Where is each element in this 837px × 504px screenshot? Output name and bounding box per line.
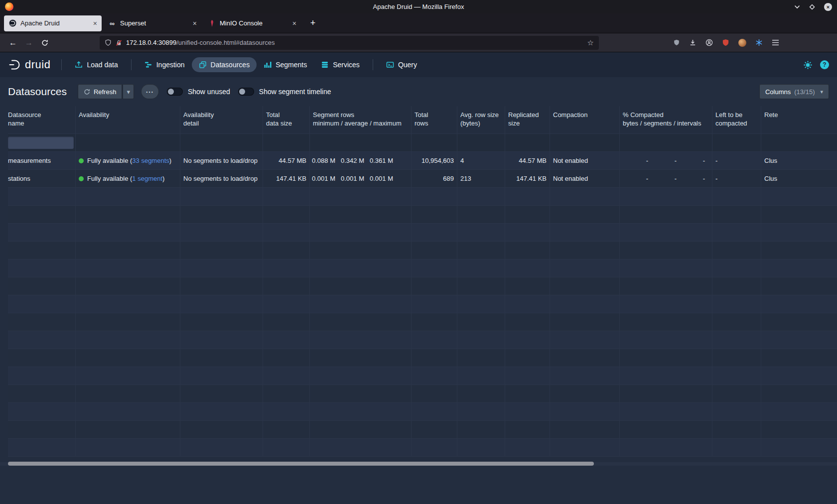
url-text: 172.18.0.4:30899/unified-console.html#da… — [126, 39, 275, 46]
scrollbar-thumb[interactable] — [8, 462, 594, 466]
nav-ingestion[interactable]: Ingestion — [138, 57, 192, 72]
empty-table-row — [8, 313, 837, 331]
query-icon — [386, 61, 394, 69]
reload-button[interactable] — [37, 36, 53, 50]
window-minimize-icon[interactable] — [794, 5, 800, 9]
help-icon[interactable]: ? — [820, 60, 829, 69]
column-header-segment-rows[interactable]: Segment rowsminimum / average / maximum — [310, 106, 412, 134]
nav-segments[interactable]: Segments — [257, 57, 314, 72]
table-filter-row — [8, 134, 837, 152]
cell-availability: Fully available (33 segments) — [76, 152, 180, 170]
chevron-down-icon: ▾ — [820, 89, 823, 95]
tab-label: MinIO Console — [220, 19, 288, 27]
snowflake-extension-icon[interactable] — [755, 39, 763, 46]
ublock-shield-icon[interactable] — [722, 39, 729, 46]
column-header-compaction[interactable]: Compaction — [550, 106, 620, 134]
menu-hamburger-icon[interactable] — [772, 39, 779, 46]
cell-datasource-name: measurements — [8, 152, 76, 170]
datasource-name-filter-input[interactable] — [8, 136, 74, 149]
column-header-datasource-name[interactable]: Datasourcename — [8, 106, 76, 134]
column-header-availability-detail[interactable]: Availabilitydetail — [180, 106, 263, 134]
empty-table-row — [8, 385, 837, 403]
window-titlebar: Apache Druid — Mozilla Firefox × — [0, 0, 837, 13]
empty-table-row — [8, 349, 837, 367]
empty-table-row — [8, 295, 837, 313]
cell-retention: Clus — [761, 152, 837, 170]
forward-button[interactable]: → — [21, 36, 37, 50]
nav-datasources[interactable]: Datasources — [192, 57, 257, 72]
refresh-button[interactable]: Refresh — [78, 84, 123, 99]
druid-logo-icon — [8, 58, 21, 71]
extension-shield-icon[interactable] — [673, 39, 680, 46]
tab-superset[interactable]: ∞ Superset × — [104, 15, 201, 31]
segments-icon — [264, 61, 272, 69]
window-maximize-icon[interactable] — [809, 4, 815, 10]
divider — [61, 59, 62, 70]
new-tab-button[interactable]: + — [306, 16, 320, 30]
window-close-icon[interactable]: × — [824, 3, 832, 11]
nav-services[interactable]: Services — [314, 57, 367, 72]
column-header-replicated-size[interactable]: Replicatedsize — [505, 106, 550, 134]
bookmark-star-icon[interactable]: ☆ — [587, 38, 594, 47]
tab-close-icon[interactable]: × — [193, 19, 197, 27]
druid-logo[interactable]: druid — [8, 58, 50, 71]
account-icon[interactable] — [705, 39, 713, 46]
cell-total-rows: 689 — [412, 170, 457, 188]
column-header-left-to-compact[interactable]: Left to becompacted — [712, 106, 761, 134]
cell-availability: Fully available (1 segment) — [76, 170, 180, 188]
table-row-measurements[interactable]: measurements Fully available (33 segment… — [8, 152, 837, 170]
cell-pct-compacted: - - - — [620, 170, 712, 188]
tracking-protection-shield-icon[interactable] — [105, 39, 112, 46]
load-data-icon — [75, 61, 83, 69]
more-button[interactable]: ··· — [141, 84, 159, 99]
tab-minio-console[interactable]: MinIO Console × — [203, 15, 301, 31]
cell-replicated-size: 147.41 KB — [505, 170, 550, 188]
columns-button[interactable]: Columns (13/15) ▾ — [759, 84, 829, 99]
refresh-dropdown-button[interactable]: ▾ — [123, 84, 134, 99]
show-unused-toggle[interactable]: Show unused — [167, 88, 230, 96]
settings-gear-icon[interactable] — [803, 60, 813, 70]
segments-link[interactable]: 33 segments — [132, 157, 169, 164]
nav-query[interactable]: Query — [379, 57, 424, 72]
empty-table-row — [8, 188, 837, 206]
page-title: Datasources — [8, 86, 67, 98]
empty-table-row — [8, 277, 837, 295]
back-button[interactable]: ← — [5, 36, 21, 50]
column-header-total-rows[interactable]: Totalrows — [412, 106, 457, 134]
datasources-page: Datasources Refresh ▾ ··· Show unused Sh… — [0, 77, 837, 504]
url-bar[interactable]: 172.18.0.4:30899/unified-console.html#da… — [100, 36, 599, 50]
empty-table-row — [8, 206, 837, 224]
cell-retention: Clus — [761, 170, 837, 188]
column-header-total-data-size[interactable]: Totaldata size — [263, 106, 310, 134]
column-header-availability[interactable]: Availability — [76, 106, 180, 134]
column-header-retention[interactable]: Rete — [761, 106, 837, 134]
column-header-pct-compacted[interactable]: % Compactedbytes / segments / intervals — [620, 106, 712, 134]
tab-close-icon[interactable]: × — [292, 19, 296, 27]
nav-load-data[interactable]: Load data — [68, 57, 125, 72]
insecure-lock-icon[interactable] — [116, 39, 122, 46]
druid-favicon-icon — [8, 19, 16, 27]
segments-link[interactable]: 1 segment — [132, 175, 162, 182]
datasources-icon — [199, 61, 207, 69]
empty-table-row — [8, 224, 837, 242]
cell-compaction: Not enabled — [550, 152, 620, 170]
tab-apache-druid[interactable]: Apache Druid × — [4, 15, 102, 31]
cell-availability-detail: No segments to load/drop — [180, 152, 263, 170]
cell-total-rows: 10,954,603 — [412, 152, 457, 170]
empty-rows-container — [8, 188, 837, 457]
table-row-stations[interactable]: stations Fully available (1 segment) No … — [8, 170, 837, 188]
tab-close-icon[interactable]: × — [93, 19, 97, 27]
avatar-extension-icon[interactable] — [738, 39, 746, 47]
tab-label: Apache Druid — [20, 19, 89, 27]
refresh-button-group: Refresh ▾ — [78, 84, 134, 99]
show-segment-timeline-toggle[interactable]: Show segment timeline — [238, 88, 331, 96]
cell-avg-row-size: 213 — [457, 170, 505, 188]
downloads-icon[interactable] — [689, 39, 697, 46]
toggle-switch — [167, 88, 183, 96]
column-header-avg-row-size[interactable]: Avg. row size(bytes) — [457, 106, 505, 134]
header-right-icons: ? — [803, 60, 829, 70]
cell-left-to-compact: - — [712, 170, 761, 188]
availability-status-dot-icon — [79, 158, 84, 163]
empty-table-row — [8, 242, 837, 259]
datasources-table: Datasourcename Availability Availability… — [8, 106, 837, 457]
